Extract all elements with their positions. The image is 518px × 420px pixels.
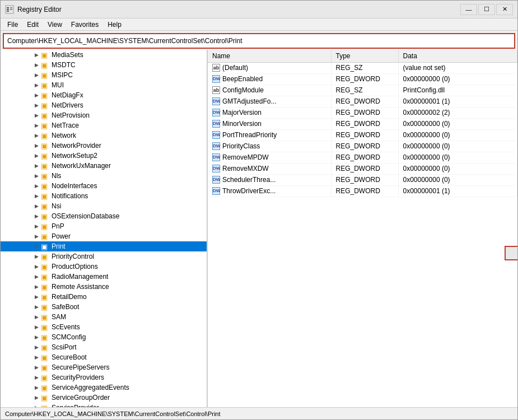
table-row[interactable]: DWGMTAdjustedFo... REG_DWORD 0x00000001 … xyxy=(208,96,517,107)
tree-expander[interactable]: ▶ xyxy=(32,111,41,120)
tree-expander[interactable]: ▶ xyxy=(32,60,41,69)
tree-item[interactable]: ▶ ▣ SecureBoot xyxy=(1,352,207,362)
tree-expander[interactable]: ▶ xyxy=(32,363,41,372)
tree-item[interactable]: ▶ ▣ NetworkUxManager xyxy=(1,161,207,171)
tree-item[interactable]: ▶ ▣ MSIPC xyxy=(1,70,207,80)
tree-item[interactable]: ▶ ▣ SCMConfig xyxy=(1,332,207,342)
tree-item[interactable]: ▶ ▣ Power xyxy=(1,231,207,241)
tree-pane[interactable]: ▶ ▣ MediaSets ▶ ▣ MSDTC ▶ ▣ MSIPC ▶ ▣ MU… xyxy=(1,50,208,407)
tree-expander[interactable]: ▶ xyxy=(32,212,41,221)
table-row[interactable]: DWPortThreadPriority REG_DWORD 0x0000000… xyxy=(208,129,517,141)
table-row[interactable]: DWMajorVersion REG_DWORD 0x00000002 (2) xyxy=(208,107,517,118)
tree-expander[interactable]: ▶ xyxy=(32,333,41,342)
table-row[interactable]: DWMinorVersion REG_DWORD 0x00000000 (0) xyxy=(208,118,517,129)
tree-expander[interactable]: ▶ xyxy=(32,302,41,311)
tree-expander[interactable]: ▶ xyxy=(32,71,41,80)
tree-item[interactable]: ▶ ▣ ScsiPort xyxy=(1,342,207,352)
tree-item[interactable]: ▶ ▣ SAM xyxy=(1,312,207,322)
table-row[interactable]: DWRemoveMXDW REG_DWORD 0x00000000 (0) xyxy=(208,163,517,174)
address-bar[interactable]: Computer\HKEY_LOCAL_MACHINE\SYSTEM\Curre… xyxy=(3,33,515,49)
tree-item[interactable]: ▶ ▣ Network xyxy=(1,130,207,141)
tree-item[interactable]: ▶ ▣ RetailDemo xyxy=(1,292,207,302)
tree-expander[interactable]: ▶ xyxy=(32,91,41,100)
tree-item[interactable]: ▶ ▣ NetProvision xyxy=(1,110,207,120)
tree-expander[interactable]: ▶ xyxy=(32,272,41,281)
tree-expander[interactable]: ▶ xyxy=(32,192,41,200)
tree-item[interactable]: ▶ ▣ ScEvents xyxy=(1,322,207,332)
tree-item[interactable]: ▶ ▣ RadioManagement xyxy=(1,272,207,282)
tree-item[interactable]: ▶ ▣ ServiceAggregatedEvents xyxy=(1,382,207,393)
tree-expander[interactable]: ▶ xyxy=(32,383,41,392)
maximize-button[interactable]: ☐ xyxy=(478,4,495,15)
tree-expander[interactable]: ▶ xyxy=(32,252,41,261)
tree-item[interactable]: ▼ ▣ Print xyxy=(1,241,207,251)
table-row[interactable]: abConfigModule REG_SZ PrintConfig.dll xyxy=(208,85,517,96)
tree-expander[interactable]: ▶ xyxy=(32,323,41,332)
tree-expander[interactable]: ▶ xyxy=(32,262,41,271)
tree-item[interactable]: ▶ ▣ Nsi xyxy=(1,201,207,211)
tree-expander[interactable]: ▼ xyxy=(32,242,41,251)
new-button[interactable]: New xyxy=(505,246,517,260)
tree-item[interactable]: ▶ ▣ Remote Assistance xyxy=(1,282,207,292)
tree-item[interactable]: ▶ ▣ OSExtensionDatabase xyxy=(1,211,207,221)
tree-expander[interactable]: ▶ xyxy=(32,141,41,150)
tree-expander[interactable]: ▶ xyxy=(32,292,41,301)
tree-expander[interactable]: ▶ xyxy=(32,222,41,231)
tree-expander[interactable]: ▶ xyxy=(32,353,41,362)
tree-item[interactable]: ▶ ▣ PriorityControl xyxy=(1,251,207,262)
tree-item[interactable]: ▶ ▣ ServiceGroupOrder xyxy=(1,393,207,403)
tree-expander[interactable]: ▶ xyxy=(32,282,41,291)
menu-edit[interactable]: Edit xyxy=(22,20,43,30)
tree-item[interactable]: ▶ ▣ MediaSets xyxy=(1,50,207,60)
tree-item-label: NetDrivers xyxy=(52,101,83,109)
registry-values-pane[interactable]: Name Type Data ab(Default) REG_SZ (value… xyxy=(208,50,517,407)
tree-expander[interactable]: ▶ xyxy=(32,81,41,90)
table-row[interactable]: ab(Default) REG_SZ (value not set) xyxy=(208,62,517,73)
table-row[interactable]: DWPriorityClass REG_DWORD 0x00000000 (0) xyxy=(208,141,517,152)
tree-item[interactable]: ▶ ▣ MUI xyxy=(1,80,207,90)
folder-icon: ▣ xyxy=(41,142,50,150)
tree-item[interactable]: ▶ ▣ ServiceProvider xyxy=(1,403,207,407)
main-content: ▶ ▣ MediaSets ▶ ▣ MSDTC ▶ ▣ MSIPC ▶ ▣ MU… xyxy=(1,50,517,407)
table-row[interactable]: DWSchedulerThrea... REG_DWORD 0x00000000… xyxy=(208,174,517,185)
menu-favorites[interactable]: Favorites xyxy=(67,20,103,30)
tree-expander[interactable]: ▶ xyxy=(32,393,41,402)
tree-expander[interactable]: ▶ xyxy=(32,403,41,407)
tree-item[interactable]: ▶ ▣ ProductOptions xyxy=(1,262,207,272)
tree-item[interactable]: ▶ ▣ NodeInterfaces xyxy=(1,181,207,191)
tree-expander[interactable]: ▶ xyxy=(32,181,41,190)
tree-expander[interactable]: ▶ xyxy=(32,343,41,352)
tree-item[interactable]: ▶ ▣ SecurityProviders xyxy=(1,372,207,382)
tree-expander[interactable]: ▶ xyxy=(32,232,41,241)
table-row[interactable]: DWBeepEnabled REG_DWORD 0x00000000 (0) xyxy=(208,73,517,85)
table-row[interactable]: DWRemoveMPDW REG_DWORD 0x00000000 (0) xyxy=(208,152,517,163)
tree-item[interactable]: ▶ ▣ NetworkSetup2 xyxy=(1,151,207,161)
minimize-button[interactable]: — xyxy=(460,4,477,15)
tree-expander[interactable]: ▶ xyxy=(32,202,41,211)
menu-file[interactable]: File xyxy=(3,20,22,30)
table-row[interactable]: DWThrowDriverExc... REG_DWORD 0x00000001… xyxy=(208,185,517,197)
close-button[interactable]: ✕ xyxy=(496,4,513,15)
tree-expander[interactable]: ▶ xyxy=(32,171,41,180)
tree-item[interactable]: ▶ ▣ PnP xyxy=(1,221,207,231)
tree-item[interactable]: ▶ ▣ SafeBoot xyxy=(1,302,207,312)
tree-item[interactable]: ▶ ▣ NetworkProvider xyxy=(1,141,207,151)
tree-expander[interactable]: ▶ xyxy=(32,101,41,110)
tree-expander[interactable]: ▶ xyxy=(32,50,41,59)
folder-icon: ▣ xyxy=(41,202,50,210)
tree-expander[interactable]: ▶ xyxy=(32,121,41,130)
tree-item[interactable]: ▶ ▣ NetDrivers xyxy=(1,100,207,110)
tree-expander[interactable]: ▶ xyxy=(32,151,41,160)
menu-view[interactable]: View xyxy=(43,20,67,30)
tree-expander[interactable]: ▶ xyxy=(32,161,41,170)
tree-item[interactable]: ▶ ▣ MSDTC xyxy=(1,60,207,70)
tree-expander[interactable]: ▶ xyxy=(32,312,41,321)
tree-item[interactable]: ▶ ▣ NetTrace xyxy=(1,120,207,130)
tree-expander[interactable]: ▶ xyxy=(32,131,41,140)
menu-help[interactable]: Help xyxy=(103,20,126,30)
tree-item[interactable]: ▶ ▣ NetDiagFx xyxy=(1,90,207,100)
tree-expander[interactable]: ▶ xyxy=(32,373,41,382)
tree-item[interactable]: ▶ ▣ SecurePipeServers xyxy=(1,362,207,372)
tree-item[interactable]: ▶ ▣ Notifications xyxy=(1,191,207,201)
tree-item[interactable]: ▶ ▣ Nls xyxy=(1,171,207,181)
